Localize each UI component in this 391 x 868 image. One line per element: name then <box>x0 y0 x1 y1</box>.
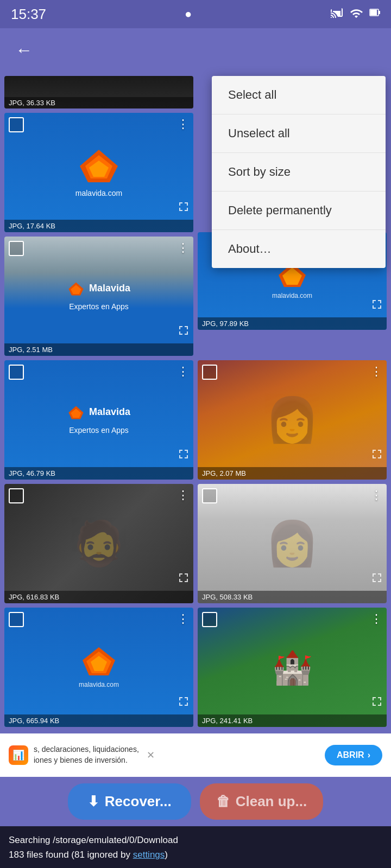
grid-item-malavida-4[interactable]: malavida.com ⋮ JPG, 665.94 KB <box>4 608 193 727</box>
item-expand-btn[interactable] <box>371 299 382 312</box>
item-checkbox[interactable] <box>202 365 217 380</box>
item-expand-btn[interactable] <box>371 449 382 462</box>
item-expand-btn[interactable] <box>178 696 189 710</box>
back-button[interactable]: ← <box>11 36 37 65</box>
grid-item-malavida-1[interactable]: malavida.com ⋮ JPG, 17.64 KB <box>4 113 193 232</box>
item-checkbox[interactable] <box>202 488 217 503</box>
settings-link[interactable]: settings <box>133 850 165 860</box>
cleanup-button[interactable]: 🗑 Clean up... <box>200 783 323 820</box>
ad-text: s, declaraciones, liquidaciones, iones y… <box>34 744 139 765</box>
item-label: JPG, 241.41 KB <box>198 714 387 727</box>
svg-rect-2 <box>370 10 377 15</box>
item-menu-btn[interactable]: ⋮ <box>370 365 382 379</box>
notification-icon: ● <box>185 7 192 21</box>
status-line1: Searching /storage/emulated/0/Download <box>9 833 382 847</box>
item-checkbox[interactable] <box>9 241 24 256</box>
item-label: JPG, 2.51 MB <box>4 343 193 356</box>
item-checkbox[interactable] <box>9 117 24 132</box>
item-expand-btn[interactable] <box>371 696 382 710</box>
item-label: JPG, 97.89 KB <box>198 317 387 330</box>
item-expand-btn[interactable] <box>178 325 189 339</box>
ad-content: 📊 s, declaraciones, liquidaciones, iones… <box>9 744 325 765</box>
recover-icon: ⬇ <box>87 793 99 810</box>
item-label: JPG, 616.83 KB <box>4 591 193 603</box>
item-checkbox[interactable] <box>9 612 24 627</box>
item-menu-btn[interactable]: ⋮ <box>177 241 189 255</box>
item-expand-btn[interactable] <box>178 201 189 215</box>
menu-select-all[interactable]: Select all <box>212 76 386 114</box>
grid-item-bearded[interactable]: 🧔 ⋮ JPG, 616.83 KB <box>4 484 193 603</box>
status-bar: 15:37 ● <box>0 0 391 28</box>
item-label: JPG, 17.64 KB <box>4 220 193 232</box>
svg-rect-1 <box>379 11 380 14</box>
item-menu-btn[interactable]: ⋮ <box>370 488 382 502</box>
status-time: 15:37 <box>11 6 46 23</box>
ad-banner: 📊 s, declaraciones, liquidaciones, iones… <box>0 733 391 777</box>
ad-open-button[interactable]: ABRIR › <box>325 745 382 765</box>
wifi-icon <box>350 7 363 21</box>
item-expand-btn[interactable] <box>178 449 189 462</box>
menu-unselect-all[interactable]: Unselect all <box>212 114 386 153</box>
grid-item-malavida-2[interactable]: Malavida Expertos en Apps ⋮ JPG, 2.51 MB <box>4 237 193 356</box>
grid-item-redhead[interactable]: 👩 ⋮ JPG, 2.07 MB <box>198 360 387 480</box>
item-checkbox[interactable] <box>9 365 24 380</box>
cleanup-label: Clean up... <box>236 793 307 810</box>
battery-icon <box>369 7 380 21</box>
item-menu-btn[interactable]: ⋮ <box>177 488 189 502</box>
item-menu-btn[interactable]: ⋮ <box>177 612 189 626</box>
item-label: JPG, 665.94 KB <box>4 714 193 727</box>
item-checkbox[interactable] <box>202 612 217 627</box>
cast-icon <box>330 7 343 21</box>
item-menu-btn[interactable]: ⋮ <box>177 117 189 131</box>
item-checkbox[interactable] <box>9 488 24 503</box>
recover-label: Recover... <box>105 793 172 810</box>
grid-item-game[interactable]: 🏰 ⋮ JPG, 241.41 KB <box>198 608 387 727</box>
recover-button[interactable]: ⬇ Recover... <box>68 783 191 820</box>
grid-item-partial[interactable]: JPG, 36.33 KB <box>4 76 193 108</box>
grid-item-brunette[interactable]: 👩 ⋮ JPG, 508.33 KB <box>198 484 387 603</box>
status-bottom: Searching /storage/emulated/0/Download 1… <box>0 826 391 868</box>
grid-item-malavida-3[interactable]: Malavida Expertos en Apps ⋮ JPG, 46.79 K… <box>4 360 193 480</box>
status-line2: 183 files found (81 ignored by settings) <box>9 847 382 862</box>
ad-icon: 📊 <box>9 745 28 765</box>
item-label: JPG, 36.33 KB <box>4 97 193 108</box>
item-expand-btn[interactable] <box>371 572 382 586</box>
dropdown-menu: Select all Unselect all Sort by size Del… <box>212 76 386 268</box>
item-menu-btn[interactable]: ⋮ <box>177 365 189 379</box>
item-expand-btn[interactable] <box>178 572 189 586</box>
ad-close-btn[interactable]: ✕ <box>144 747 157 763</box>
item-label: JPG, 46.79 KB <box>4 467 193 480</box>
cleanup-icon: 🗑 <box>216 793 230 810</box>
item-label: JPG, 508.33 KB <box>198 591 387 603</box>
main-content: Select all Unselect all Sort by size Del… <box>0 72 391 731</box>
app-bar: ← <box>0 28 391 72</box>
menu-delete-permanently[interactable]: Delete permanently <box>212 192 386 230</box>
menu-sort-by-size[interactable]: Sort by size <box>212 153 386 192</box>
item-label: JPG, 2.07 MB <box>198 467 387 480</box>
item-menu-btn[interactable]: ⋮ <box>370 612 382 626</box>
action-bar: ⬇ Recover... 🗑 Clean up... <box>0 777 391 826</box>
menu-about[interactable]: About… <box>212 230 386 268</box>
